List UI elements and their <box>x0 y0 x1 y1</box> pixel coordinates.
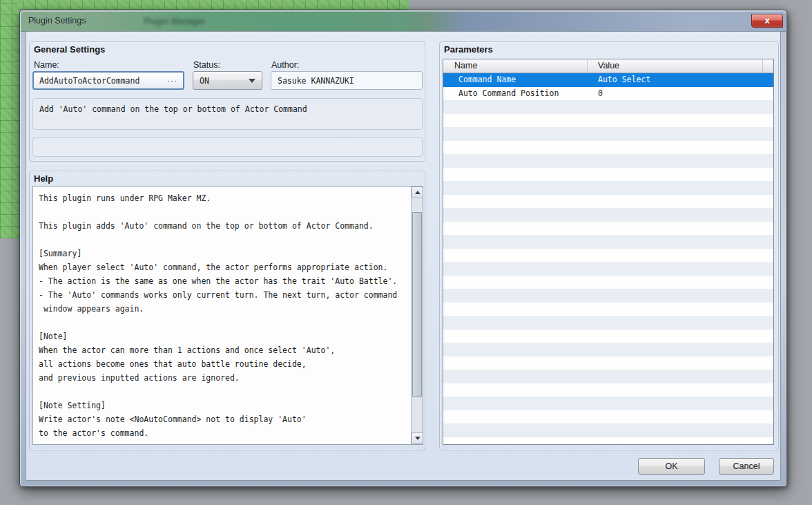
parameters-group: Parameters Name Value Command NameAuto S… <box>439 41 779 450</box>
help-title: Help <box>34 173 53 184</box>
close-icon[interactable]: x <box>751 14 783 28</box>
author-field[interactable]: Sasuke KANNAZUKI <box>271 71 423 90</box>
parameter-row-empty <box>443 370 773 383</box>
parameter-row-empty <box>443 208 773 222</box>
status-label: Status: <box>193 60 220 70</box>
help-group: Help This plugin runs under RPG Maker MZ… <box>29 171 425 450</box>
parameter-row-empty <box>443 343 773 356</box>
column-header-value[interactable]: Value <box>588 59 763 73</box>
parameter-row-empty <box>443 249 773 263</box>
parameter-row-empty <box>443 154 773 168</box>
scrollbar-thumb[interactable] <box>412 212 422 397</box>
scroll-up-icon[interactable] <box>412 187 423 198</box>
help-scrollbar[interactable] <box>411 187 423 444</box>
parameter-row-empty <box>443 356 773 370</box>
cancel-button[interactable]: Cancel <box>719 458 774 475</box>
map-grid-background-left <box>0 0 19 238</box>
parameter-row-empty <box>443 114 773 128</box>
parameter-row-empty <box>443 303 773 316</box>
plugin-description: Add 'Auto' command on the top or bottom … <box>32 98 423 130</box>
dialog-title: Plugin Settings <box>28 16 86 26</box>
chevron-down-icon <box>249 79 255 83</box>
parameter-row-empty <box>443 289 773 303</box>
parameter-row-empty <box>443 127 773 141</box>
scroll-down-icon[interactable] <box>412 432 423 444</box>
ok-button[interactable]: OK <box>638 458 705 475</box>
parameter-row-empty <box>443 397 773 410</box>
parameter-row-empty <box>443 222 773 236</box>
parameter-row-empty <box>443 100 773 114</box>
parameter-row-empty <box>443 330 773 343</box>
plugin-name-field[interactable]: AddAutoToActorCommand ··· <box>32 71 184 90</box>
parameter-row-empty <box>443 141 773 155</box>
parameter-row-empty <box>443 262 773 276</box>
background-window-title: Plugin Manager <box>144 17 205 26</box>
parameter-row-empty <box>443 195 773 209</box>
column-header-name[interactable]: Name <box>443 59 588 73</box>
parameter-row-empty <box>443 383 773 397</box>
parameter-row-empty <box>443 235 773 249</box>
dialog-titlebar[interactable]: Plugin Manager Plugin Settings x <box>21 11 786 32</box>
parameter-row[interactable]: Auto Command Position0 <box>443 87 773 101</box>
help-textarea[interactable]: This plugin runs under RPG Maker MZ. Thi… <box>32 186 423 445</box>
dialog-client-area: General Settings Name: AddAutoToActorCom… <box>26 31 781 481</box>
parameter-row-empty <box>443 437 773 446</box>
parameters-title: Parameters <box>444 44 493 55</box>
column-header-extra <box>763 59 773 73</box>
general-settings-group: General Settings Name: AddAutoToActorCom… <box>29 41 425 162</box>
help-text: This plugin runs under RPG Maker MZ. Thi… <box>33 187 411 444</box>
parameter-row-empty <box>443 181 773 195</box>
map-grid-background-top <box>0 0 409 10</box>
parameters-table: Name Value Command NameAuto SelectAuto C… <box>443 59 774 445</box>
browse-button[interactable]: ··· <box>167 76 177 86</box>
parameter-row-empty <box>443 276 773 289</box>
author-label: Author: <box>271 60 299 70</box>
author-value: Sasuke KANNAZUKI <box>278 76 354 86</box>
status-dropdown[interactable]: ON <box>193 71 262 90</box>
general-settings-title: General Settings <box>34 44 105 55</box>
parameters-table-header: Name Value <box>443 59 773 73</box>
parameter-row-empty <box>443 168 773 182</box>
parameter-row[interactable]: Command NameAuto Select <box>443 73 773 87</box>
parameter-row-empty <box>443 423 773 437</box>
parameter-row-empty <box>443 410 773 424</box>
empty-info-box <box>32 137 423 157</box>
parameter-row-empty <box>443 316 773 330</box>
plugin-settings-dialog: Plugin Manager Plugin Settings x General… <box>19 10 787 487</box>
plugin-name-value: AddAutoToActorCommand <box>39 76 139 86</box>
name-label: Name: <box>34 60 59 70</box>
parameters-table-body: Command NameAuto SelectAuto Command Posi… <box>443 73 773 445</box>
status-value: ON <box>200 76 209 86</box>
